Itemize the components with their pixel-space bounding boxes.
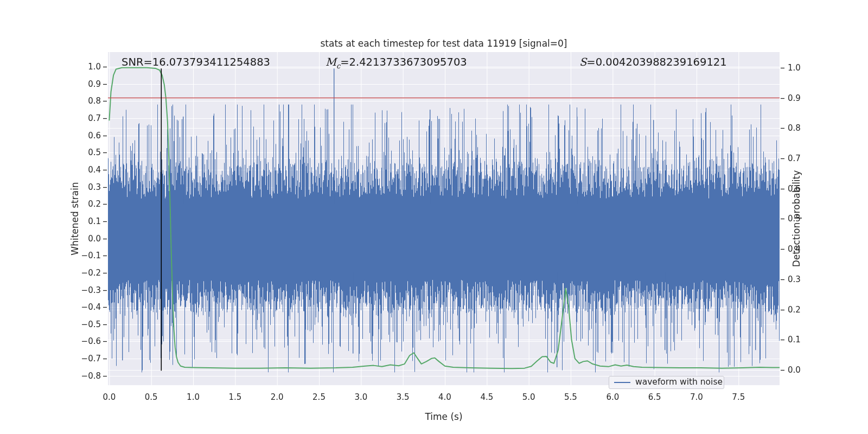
right-tick-label: 0.4 xyxy=(788,244,801,254)
x-tick-label: 0.5 xyxy=(139,392,163,402)
left-tick-label: −0.1 xyxy=(71,251,101,260)
left-tick-label: 0.6 xyxy=(71,131,101,141)
annotation-snr: SNR=16.073793411254883 xyxy=(122,56,270,68)
left-tick-label: 0.4 xyxy=(71,165,101,175)
left-tick-label: −0.4 xyxy=(71,302,101,312)
score-value: =0.004203988239169121 xyxy=(586,56,726,68)
snr-value: =16.073793411254883 xyxy=(144,56,270,68)
x-tick-label: 5.0 xyxy=(517,392,541,402)
legend-label: waveform with noise xyxy=(635,378,723,387)
x-tick-label: 0.0 xyxy=(97,392,121,402)
chirp-mass-symbol: M xyxy=(326,56,336,68)
x-tick-label: 7.0 xyxy=(685,392,709,402)
x-tick-label: 4.0 xyxy=(433,392,457,402)
score-symbol: S xyxy=(579,56,586,68)
left-tick-label: 0.0 xyxy=(71,234,101,244)
left-tick-label: 0.5 xyxy=(71,148,101,157)
x-tick-label: 7.5 xyxy=(726,392,750,402)
figure: stats at each timestep for test data 119… xyxy=(0,0,868,434)
left-tick-label: −0.2 xyxy=(71,268,101,278)
x-tick-label: 2.0 xyxy=(265,392,289,402)
left-tick-label: 0.8 xyxy=(71,96,101,106)
left-tick-label: 0.7 xyxy=(71,113,101,123)
right-tick-label: 0.6 xyxy=(788,184,801,194)
left-tick-label: −0.8 xyxy=(71,371,101,381)
x-tick-label: 1.5 xyxy=(223,392,247,402)
right-tick-label: 1.0 xyxy=(788,63,801,73)
left-tick-label: −0.5 xyxy=(71,320,101,329)
left-tick-label: −0.7 xyxy=(71,354,101,363)
x-axis-label: Time (s) xyxy=(108,411,780,422)
left-tick-label: 0.1 xyxy=(71,216,101,226)
x-tick-label: 5.5 xyxy=(559,392,583,402)
right-tick-label: 0.3 xyxy=(788,275,801,284)
x-tick-label: 6.0 xyxy=(601,392,624,402)
plot-title: stats at each timestep for test data 119… xyxy=(108,38,780,49)
snr-label: SNR xyxy=(122,56,144,68)
right-tick-label: 0.8 xyxy=(788,123,801,133)
left-tick-label: −0.6 xyxy=(71,336,101,346)
chirp-mass-value: =2.4213733673095703 xyxy=(340,56,467,68)
legend: waveform with noise xyxy=(609,376,724,389)
right-tick-label: 0.1 xyxy=(788,335,801,344)
left-tick-label: 1.0 xyxy=(71,62,101,72)
annotation-chirp-mass: Mc=2.4213733673095703 xyxy=(326,56,467,70)
left-tick-label: 0.3 xyxy=(71,182,101,192)
right-tick-label: 0.7 xyxy=(788,154,801,163)
left-tick-label: −0.3 xyxy=(71,285,101,295)
x-tick-label: 6.5 xyxy=(643,392,667,402)
x-tick-label: 2.5 xyxy=(307,392,331,402)
x-tick-label: 4.5 xyxy=(475,392,499,402)
right-tick-label: 0.2 xyxy=(788,305,801,315)
right-tick-label: 0.0 xyxy=(788,365,801,375)
right-tick-label: 0.5 xyxy=(788,214,801,224)
left-tick-label: 0.9 xyxy=(71,79,101,89)
annotation-score: S=0.004203988239169121 xyxy=(579,56,727,68)
legend-line-icon xyxy=(614,382,630,384)
right-tick-label: 0.9 xyxy=(788,93,801,103)
left-tick-label: 0.2 xyxy=(71,199,101,209)
x-tick-label: 3.0 xyxy=(349,392,373,402)
x-tick-label: 3.5 xyxy=(391,392,415,402)
x-tick-label: 1.0 xyxy=(181,392,205,402)
